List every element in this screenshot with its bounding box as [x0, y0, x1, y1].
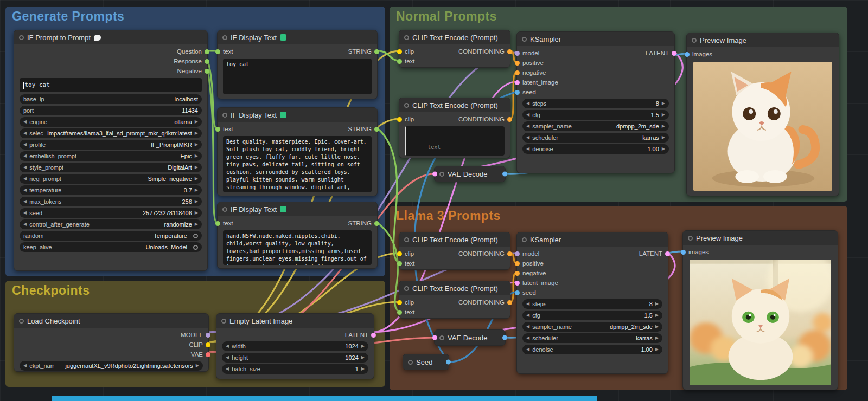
increment-arrow-icon[interactable]: ▶	[662, 101, 665, 106]
node-collapse-dot[interactable]	[19, 35, 24, 40]
node-collapse-dot[interactable]	[522, 37, 527, 42]
slot-row[interactable]: positive	[517, 258, 668, 268]
node-header[interactable]: IF Display Text	[218, 108, 377, 122]
widget-ckpt-name[interactable]: ◀ ckpt_name juggernautXL_v9Rdphoto2Light…	[20, 361, 203, 371]
input-dot-negative[interactable]	[515, 70, 520, 75]
widget-random-toggle[interactable]: random Temperature	[20, 231, 202, 241]
widget-steps[interactable]: ◀ steps 8 ▶	[522, 99, 669, 108]
input-dot-clip[interactable]	[397, 49, 402, 54]
input-dot-latent-image[interactable]	[515, 281, 520, 286]
slot-row[interactable]: positive	[517, 58, 674, 68]
input-dot-collapsed[interactable]	[432, 172, 437, 177]
slot-row[interactable]: text STRING	[218, 218, 377, 228]
slot-row[interactable]: text	[399, 258, 510, 268]
input-dot-negative[interactable]	[515, 271, 520, 276]
widget-height[interactable]: ◀ height 1024 ▶	[222, 353, 368, 363]
output-slot-clip[interactable]: CLIP	[14, 340, 208, 350]
decrement-arrow-icon[interactable]: ◀	[526, 302, 529, 306]
output-slot-question[interactable]: Question	[14, 47, 207, 56]
widget-cfg[interactable]: ◀ cfg 1.5 ▶	[522, 110, 669, 120]
decrement-arrow-icon[interactable]: ◀	[23, 211, 27, 215]
prompt-textarea[interactable]: text	[405, 126, 505, 156]
node-collapse-dot[interactable]	[522, 237, 527, 242]
decrement-arrow-icon[interactable]: ◀	[526, 101, 529, 106]
decrement-arrow-icon[interactable]: ◀	[23, 188, 27, 192]
input-dot-text[interactable]	[397, 59, 402, 64]
input-dot-images[interactable]	[685, 52, 690, 57]
increment-arrow-icon[interactable]: ▶	[195, 143, 198, 147]
output-dot-model[interactable]	[206, 333, 210, 338]
widget-port[interactable]: port 11434	[20, 106, 202, 115]
node-collapse-dot[interactable]	[222, 113, 227, 118]
increment-arrow-icon[interactable]: ▶	[196, 364, 199, 368]
node-graph-canvas[interactable]: Generate Prompts Normal Prompts Llama 3 …	[0, 0, 868, 401]
increment-arrow-icon[interactable]: ▶	[662, 147, 665, 151]
decrement-arrow-icon[interactable]: ◀	[226, 344, 229, 348]
widget-batch-size[interactable]: ◀ batch_size 1 ▶	[222, 364, 368, 374]
output-dot-collapsed[interactable]	[502, 335, 507, 340]
widget-control-after-generate[interactable]: ◀ control_after_generate randomize ▶	[20, 219, 202, 229]
decrement-arrow-icon[interactable]: ◀	[23, 364, 27, 368]
input-dot-collapsed[interactable]	[432, 335, 437, 340]
widget-base-ip[interactable]: base_ip localhost	[20, 94, 202, 104]
decrement-arrow-icon[interactable]: ◀	[526, 147, 529, 151]
slot-row[interactable]: latent_image	[517, 77, 674, 87]
widget-max-tokens[interactable]: ◀ max_tokens 256 ▶	[20, 197, 202, 206]
slot-row[interactable]: seed	[517, 87, 674, 97]
decrement-arrow-icon[interactable]: ◀	[526, 347, 529, 352]
output-dot-question[interactable]	[205, 49, 209, 54]
output-slot-negative[interactable]: Negative	[14, 66, 207, 76]
slot-row[interactable]: negative	[517, 268, 668, 278]
input-dot-model[interactable]	[515, 51, 520, 56]
decrement-arrow-icon[interactable]: ◀	[23, 154, 27, 158]
increment-arrow-icon[interactable]: ▶	[655, 325, 659, 329]
node-if-display-text-1[interactable]: IF Display Text text STRING toy cat	[217, 30, 378, 99]
node-header[interactable]: IF Display Text	[218, 30, 377, 44]
increment-arrow-icon[interactable]: ▶	[361, 367, 365, 371]
widget-engine[interactable]: ◀ engine ollama ▶	[20, 117, 202, 127]
widget-cfg[interactable]: ◀ cfg 1.5 ▶	[522, 311, 662, 320]
output-dot-string[interactable]	[374, 127, 379, 132]
slot-row[interactable]: text STRING	[218, 47, 377, 56]
decrement-arrow-icon[interactable]: ◀	[226, 355, 229, 360]
node-empty-latent-image[interactable]: Empty Latent Image LATENT ◀ width 1024 ▶…	[216, 313, 374, 379]
node-header[interactable]: KSampler	[517, 232, 668, 247]
node-clip-text-encode-llama-positive[interactable]: CLIP Text Encode (Prompt) clip CONDITION…	[399, 232, 510, 270]
node-header[interactable]: Preview Image	[683, 231, 838, 245]
node-header[interactable]: Seed	[403, 354, 449, 370]
node-header[interactable]: Preview Image	[687, 33, 839, 47]
output-dot-conditioning[interactable]	[507, 251, 512, 256]
decrement-arrow-icon[interactable]: ◀	[526, 124, 529, 128]
increment-arrow-icon[interactable]: ▶	[655, 313, 659, 318]
node-clip-text-encode-normal-negative[interactable]: CLIP Text Encode (Prompt) clip CONDITION…	[399, 98, 510, 158]
input-dot-clip[interactable]	[397, 117, 402, 122]
widget-steps[interactable]: ◀ steps 8 ▶	[522, 299, 662, 309]
input-dot-positive[interactable]	[515, 61, 520, 66]
widget-neg-prompt[interactable]: ◀ neg_prompt Simple_negative ▶	[20, 174, 202, 184]
node-collapse-dot[interactable]	[222, 35, 227, 40]
display-text-area[interactable]: toy cat	[223, 59, 372, 94]
output-slot-response[interactable]: Response	[14, 56, 207, 66]
input-dot-text[interactable]	[397, 261, 402, 266]
increment-arrow-icon[interactable]: ▶	[662, 113, 665, 117]
widget-sampler-name[interactable]: ◀ sampler_name dpmpp_2m_sde ▶	[522, 322, 662, 332]
output-dot-conditioning[interactable]	[507, 49, 512, 54]
widget-denoise[interactable]: ◀ denoise 1.00 ▶	[522, 345, 662, 354]
slot-row[interactable]: model LATENT	[517, 249, 668, 258]
node-clip-text-encode-normal-positive[interactable]: CLIP Text Encode (Prompt) clip CONDITION…	[399, 30, 510, 68]
slot-row[interactable]: text STRING	[218, 124, 377, 134]
slot-row[interactable]: images	[683, 247, 838, 257]
input-dot-text[interactable]	[215, 127, 220, 132]
output-dot-vae[interactable]	[206, 352, 210, 357]
node-collapse-dot[interactable]	[439, 172, 444, 177]
increment-arrow-icon[interactable]: ▶	[195, 165, 198, 170]
output-dot-string[interactable]	[374, 49, 379, 54]
node-collapse-dot[interactable]	[404, 103, 409, 108]
node-clip-text-encode-llama-negative[interactable]: CLIP Text Encode (Prompt) clip CONDITION…	[399, 281, 510, 319]
widget-denoise[interactable]: ◀ denoise 1.00 ▶	[522, 144, 669, 154]
input-dot-clip[interactable]	[397, 300, 402, 305]
textarea-scrollbar[interactable]	[405, 126, 406, 156]
output-dot-string[interactable]	[374, 221, 379, 226]
increment-arrow-icon[interactable]: ▶	[195, 199, 198, 204]
slot-row[interactable]: seed	[517, 288, 668, 297]
